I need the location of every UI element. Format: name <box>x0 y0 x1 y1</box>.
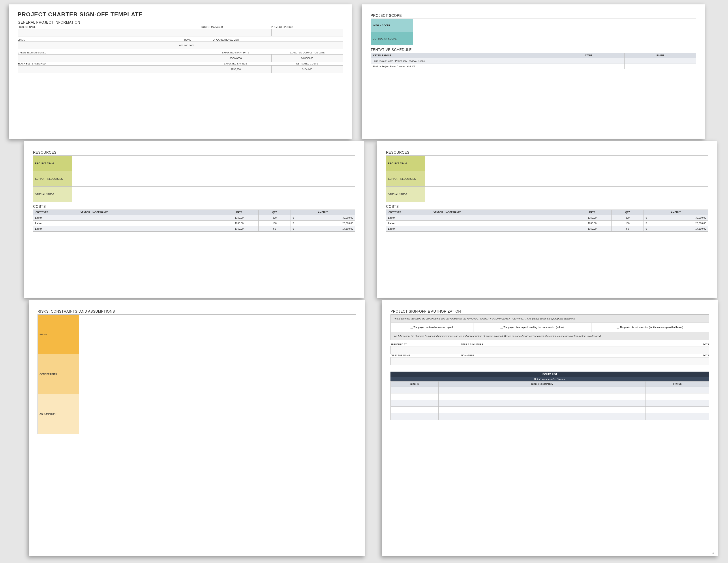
signoff-intro: I have carefully assessed the specificat… <box>390 315 709 323</box>
page-number: 6 <box>712 552 714 555</box>
input-within-scope[interactable] <box>413 19 696 32</box>
input-phone[interactable]: 000-000-0000 <box>161 42 213 49</box>
lbl-project-team: PROJECT TEAM <box>33 156 72 171</box>
resources-heading-2: RESOURCES <box>386 150 708 154</box>
input-date-1[interactable] <box>658 347 709 354</box>
input-project-team[interactable] <box>72 156 355 171</box>
lbl-estimated-costs: ESTIMATED COSTS <box>271 62 343 66</box>
schedule-table: KEY MILESTONE START FINISH Form Project … <box>371 53 696 69</box>
lbl-risks: RISKS <box>38 315 79 354</box>
input-special[interactable] <box>72 186 355 202</box>
input-prepared-by[interactable] <box>391 347 461 354</box>
belts-table: GREEN BELTS ASSIGNED EXPECTED START DATE… <box>18 51 343 73</box>
issue-cell[interactable] <box>391 400 439 407</box>
input-estimated-costs[interactable]: $184,900 <box>271 66 343 73</box>
col-milestone: KEY MILESTONE <box>371 53 553 58</box>
doc-title: PROJECT CHARTER SIGN-OFF TEMPLATE <box>18 11 343 18</box>
cost-qty: 50 <box>612 226 644 231</box>
issues-table: ISSUE ID ISSUE DESCRIPTION STATUS <box>390 381 709 420</box>
lbl-org-unit: ORGANIZATIONAL UNIT <box>213 38 343 42</box>
cost-vendor[interactable] <box>78 220 220 226</box>
page-1: PROJECT CHARTER SIGN-OFF TEMPLATE GENERA… <box>9 4 352 139</box>
input-expected-savings[interactable]: $237,750 <box>200 66 271 73</box>
input-risks[interactable] <box>79 315 356 354</box>
costs-heading-2: COSTS <box>386 205 708 209</box>
input-expected-start[interactable]: 00/00/0000 <box>200 55 271 62</box>
issue-cell[interactable] <box>391 407 439 413</box>
input-email[interactable] <box>18 42 161 49</box>
input-support[interactable] <box>72 171 355 186</box>
signoff-accept: We fully accept the changes / as-needed … <box>390 332 709 340</box>
cost-qty: 200 <box>259 215 291 220</box>
schedule-heading: TENTATIVE SCHEDULE <box>371 48 696 52</box>
col-cost-type: COST TYPE <box>386 210 431 215</box>
cost-type: Labor <box>386 220 431 226</box>
signoff-options: __ The project deliverables are accepted… <box>390 323 709 332</box>
cost-rate: $350.00 <box>573 226 612 231</box>
col-start: START <box>553 53 624 58</box>
col-issue-status: STATUS <box>645 382 709 387</box>
opt-not-accepted[interactable]: __ The project is not accepted (for the … <box>591 323 709 332</box>
input-special[interactable] <box>425 186 708 202</box>
cost-vendor[interactable] <box>78 215 220 220</box>
cost-amount: 20,000.00 <box>342 222 353 224</box>
cost-qty: 100 <box>259 220 291 226</box>
milestone-finish[interactable] <box>624 64 696 69</box>
input-project-sponsor[interactable] <box>271 29 343 36</box>
col-cost-type: COST TYPE <box>33 210 78 215</box>
input-signature[interactable] <box>461 358 658 365</box>
lbl-project-name: PROJECT NAME <box>18 25 200 29</box>
cost-rate: $200.00 <box>220 220 259 226</box>
input-support[interactable] <box>425 171 708 186</box>
cost-vendor[interactable] <box>78 226 220 231</box>
cost-amount: 20,000.00 <box>695 222 706 224</box>
input-expected-completion[interactable]: 00/00/0000 <box>271 55 343 62</box>
lbl-special: SPECIAL NEEDS <box>33 186 72 202</box>
resources-heading: RESOURCES <box>33 150 355 154</box>
issue-cell[interactable] <box>391 413 439 420</box>
lbl-project-sponsor: PROJECT SPONSOR <box>271 25 343 29</box>
input-black-belts[interactable] <box>18 66 200 73</box>
cost-amount: 17,500.00 <box>695 227 706 230</box>
cost-rate: $200.00 <box>573 220 612 226</box>
cost-rate: $350.00 <box>220 226 259 231</box>
lbl-assumptions: ASSUMPTIONS <box>38 394 79 434</box>
issue-cell[interactable] <box>391 387 439 394</box>
cost-vendor[interactable] <box>431 226 573 231</box>
opt-accepted[interactable]: __ The project deliverables are accepted… <box>391 323 473 332</box>
input-assumptions[interactable] <box>79 394 356 434</box>
milestone-row: Form Project Team / Preliminary Review /… <box>371 58 553 64</box>
issues-title: ISSUES LIST <box>390 372 709 377</box>
page-4: RESOURCES PROJECT TEAM SUPPORT RESOURCES… <box>377 141 717 298</box>
col-qty: QTY <box>259 210 291 215</box>
input-director[interactable] <box>391 358 461 365</box>
input-project-manager[interactable] <box>200 29 271 36</box>
cost-vendor[interactable] <box>431 220 573 226</box>
col-rate: RATE <box>573 210 612 215</box>
input-org-unit[interactable] <box>213 42 343 49</box>
lbl-phone: PHONE <box>161 38 213 42</box>
issue-cell[interactable] <box>391 394 439 400</box>
cost-amount: 17,500.00 <box>342 227 353 230</box>
milestone-finish[interactable] <box>624 58 696 64</box>
lbl-project-manager: PROJECT MANAGER <box>200 25 271 29</box>
milestone-start[interactable] <box>553 64 624 69</box>
lbl-date-2: DATE <box>658 354 709 358</box>
input-title-sig[interactable] <box>461 347 658 354</box>
input-green-belts[interactable] <box>18 55 200 62</box>
opt-pending[interactable]: __ The project is accepted pending the i… <box>473 323 591 332</box>
cost-type: Labor <box>33 220 78 226</box>
input-outside-scope[interactable] <box>413 32 696 45</box>
signature-table-1: PREPARED BY TITLE & SIGNATURE DATE DIREC… <box>390 343 709 365</box>
col-finish: FINISH <box>624 53 696 58</box>
cost-qty: 100 <box>612 220 644 226</box>
milestone-start[interactable] <box>553 58 624 64</box>
cost-vendor[interactable] <box>431 215 573 220</box>
input-project-name[interactable] <box>18 29 200 36</box>
page-5: RISKS, CONSTRAINTS, AND ASSUMPTIONS RISK… <box>29 300 365 556</box>
input-constraints[interactable] <box>79 354 356 394</box>
input-project-team[interactable] <box>425 156 708 171</box>
col-rate: RATE <box>220 210 259 215</box>
input-date-2[interactable] <box>658 358 709 365</box>
col-vendor: VENDOR / LABOR NAMES <box>78 210 220 215</box>
